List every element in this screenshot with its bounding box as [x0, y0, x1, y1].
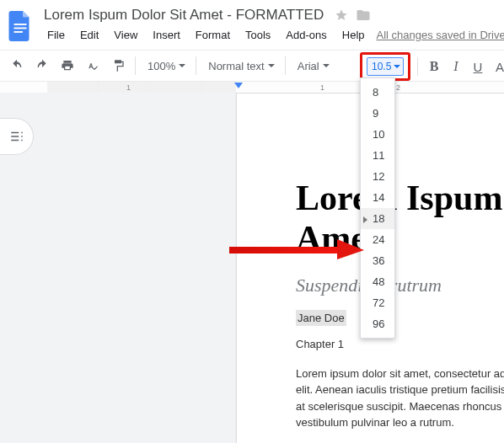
zoom-value: 100% [147, 60, 175, 72]
font-size-dropdown[interactable]: 8 9 10 11 12 14 18 24 36 48 72 96 [360, 77, 395, 339]
font-value: Arial [298, 60, 319, 72]
font-size-input[interactable]: 10.5 [367, 57, 404, 76]
paragraph-style-dropdown[interactable]: Normal text [201, 54, 279, 77]
menubar: File Edit View Insert Format Tools Add-o… [40, 25, 504, 45]
svg-rect-1 [14, 27, 27, 29]
font-size-option[interactable]: 18 [361, 208, 394, 229]
highlight-annotation: 10.5 [360, 52, 410, 81]
menu-tools[interactable]: Tools [239, 25, 277, 45]
font-size-option[interactable]: 9 [361, 103, 394, 124]
font-size-option[interactable]: 72 [361, 292, 394, 313]
ruler-tick: 1 [320, 83, 324, 92]
svg-rect-0 [14, 24, 27, 25]
font-size-option[interactable]: 11 [361, 145, 394, 166]
spellcheck-button[interactable] [81, 54, 105, 77]
chevron-down-icon [179, 64, 185, 67]
undo-button[interactable] [5, 54, 29, 77]
style-value: Normal text [208, 60, 264, 72]
toolbar: 100% Normal text Arial 10.5 B I U A [0, 50, 504, 82]
folder-icon[interactable] [356, 8, 371, 23]
chevron-down-icon [323, 64, 330, 67]
font-size-option[interactable]: 10 [361, 124, 394, 145]
font-size-option[interactable]: 12 [361, 166, 394, 187]
paint-format-button[interactable] [106, 54, 130, 77]
title-block: Lorem Ispum Dolor Sit Amet - FORMATTED F… [40, 7, 504, 45]
menu-edit[interactable]: Edit [73, 25, 105, 45]
font-size-option[interactable]: 36 [361, 250, 394, 271]
titlebar: Lorem Ispum Dolor Sit Amet - FORMATTED F… [0, 0, 504, 45]
indent-marker-icon[interactable] [234, 83, 243, 88]
menu-file[interactable]: File [40, 25, 72, 45]
underline-button[interactable]: U [467, 55, 489, 78]
font-size-option[interactable]: 8 [361, 82, 394, 103]
outline-toggle[interactable] [0, 118, 34, 155]
font-size-option[interactable]: 96 [361, 313, 394, 334]
doc-chapter: Chapter 1 [296, 338, 504, 350]
doc-body: Lorem ipsum dolor sit amet, consectetur … [296, 366, 504, 431]
separator [135, 56, 136, 75]
docs-app-icon[interactable] [8, 9, 32, 43]
changes-saved-link[interactable]: All changes saved in Drive [377, 29, 504, 41]
font-size-value: 10.5 [372, 61, 391, 72]
font-size-option[interactable]: 24 [361, 229, 394, 250]
font-dropdown[interactable]: Arial [291, 54, 358, 77]
menu-help[interactable]: Help [335, 25, 372, 45]
italic-button[interactable]: I [445, 55, 467, 78]
bold-button[interactable]: B [423, 55, 445, 78]
font-size-option[interactable]: 14 [361, 187, 394, 208]
menu-view[interactable]: View [107, 25, 144, 45]
document-title[interactable]: Lorem Ispum Dolor Sit Amet - FORMATTED [40, 7, 327, 24]
chevron-down-icon [268, 64, 275, 67]
svg-rect-2 [14, 31, 24, 33]
workspace: Lorem Ispum Amet Suspendisse rutrum Jane… [0, 93, 504, 443]
doc-author: Jane Doe [296, 310, 346, 326]
doc-title-line2: Amet [296, 218, 504, 259]
redo-button[interactable] [30, 54, 54, 77]
chevron-down-icon [394, 65, 400, 68]
separator [417, 57, 418, 76]
font-size-option[interactable]: 48 [361, 271, 394, 292]
menu-addons[interactable]: Add-ons [279, 25, 333, 45]
menu-insert[interactable]: Insert [146, 25, 187, 45]
ruler-tick: 2 [396, 83, 400, 92]
ruler-tick: 1 [126, 83, 131, 92]
zoom-dropdown[interactable]: 100% [141, 54, 190, 77]
separator [285, 56, 286, 75]
print-button[interactable] [56, 54, 79, 77]
menu-format[interactable]: Format [189, 25, 237, 45]
text-color-button[interactable]: A [489, 55, 504, 78]
star-icon[interactable] [334, 8, 349, 23]
doc-title-line1: Lorem Ispum [296, 178, 504, 218]
text-format-group: B I U A [417, 51, 504, 83]
separator [196, 56, 196, 75]
doc-subtitle: Suspendisse rutrum [296, 275, 504, 296]
